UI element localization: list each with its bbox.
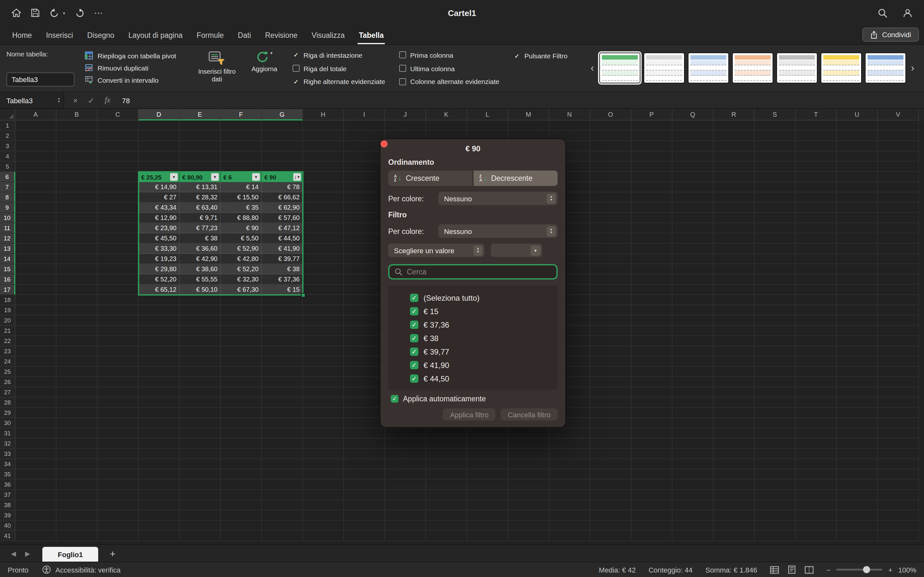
cell-F4[interactable]	[221, 151, 262, 161]
cell-S23[interactable]	[754, 346, 796, 356]
cell-J38[interactable]	[385, 500, 426, 510]
select-all-corner[interactable]	[0, 109, 15, 121]
cell-D26[interactable]	[139, 377, 180, 387]
cell-S2[interactable]	[754, 131, 796, 141]
row-header-35[interactable]: 35	[0, 469, 15, 480]
cell-O21[interactable]	[590, 326, 632, 336]
cell-P40[interactable]	[632, 521, 672, 531]
cell-E5[interactable]	[180, 161, 221, 172]
cell-T22[interactable]	[796, 336, 837, 346]
cell-D40[interactable]	[139, 521, 180, 531]
cell-A16[interactable]	[15, 274, 57, 285]
cell-F38[interactable]	[221, 500, 262, 510]
cell-V30[interactable]	[878, 418, 919, 428]
table-cell[interactable]: € 66,62	[262, 192, 303, 203]
table-cell[interactable]: € 55,55	[180, 274, 221, 285]
cell-R34[interactable]	[714, 459, 754, 469]
cell-S25[interactable]	[754, 367, 796, 377]
zoom-slider-knob[interactable]	[863, 566, 870, 573]
cell-L39[interactable]	[467, 510, 508, 521]
cell-L35[interactable]	[467, 469, 508, 480]
combo-dropdown-icon[interactable]: ▼	[531, 245, 540, 255]
cell-G38[interactable]	[262, 500, 303, 510]
cell-A15[interactable]	[15, 264, 57, 274]
cell-I8[interactable]	[344, 192, 385, 203]
cell-D28[interactable]	[139, 398, 180, 408]
cell-L34[interactable]	[467, 459, 508, 469]
cell-U15[interactable]	[837, 264, 878, 274]
cell-P22[interactable]	[632, 336, 672, 346]
cell-G30[interactable]	[262, 418, 303, 428]
cell-G1[interactable]	[262, 121, 303, 131]
cell-F20[interactable]	[221, 316, 262, 326]
table-cell[interactable]: € 52,20	[221, 264, 262, 274]
cell-B3[interactable]	[57, 141, 97, 151]
cell-C25[interactable]	[97, 367, 139, 377]
cell-T11[interactable]	[796, 223, 837, 234]
cell-Q15[interactable]	[672, 264, 714, 274]
cell-H15[interactable]	[303, 264, 344, 274]
cell-H33[interactable]	[303, 449, 344, 459]
cell-T6[interactable]	[796, 172, 837, 182]
cell-G31[interactable]	[262, 428, 303, 438]
table-cell[interactable]: € 90	[221, 223, 262, 234]
cell-Q33[interactable]	[672, 449, 714, 459]
cell-Q36[interactable]	[672, 480, 714, 490]
remove-duplicates-button[interactable]: Rimuovi duplicati	[85, 61, 187, 74]
column-header-I[interactable]: I	[344, 109, 385, 121]
cell-C38[interactable]	[97, 500, 139, 510]
cell-R14[interactable]	[714, 254, 754, 264]
cell-S22[interactable]	[754, 336, 796, 346]
cell-A21[interactable]	[15, 326, 57, 336]
cell-O39[interactable]	[590, 510, 632, 521]
cell-A33[interactable]	[15, 449, 57, 459]
cell-A18[interactable]	[15, 295, 57, 305]
cell-Q27[interactable]	[672, 387, 714, 398]
cell-C27[interactable]	[97, 387, 139, 398]
cell-Q39[interactable]	[672, 510, 714, 521]
cell-V12[interactable]	[878, 234, 919, 243]
cell-Q40[interactable]	[672, 521, 714, 531]
cell-C15[interactable]	[97, 264, 139, 274]
cell-J34[interactable]	[385, 459, 426, 469]
cell-G28[interactable]	[262, 398, 303, 408]
cell-A41[interactable]	[15, 531, 57, 541]
table-cell[interactable]: € 13,31	[180, 182, 221, 192]
cell-A30[interactable]	[15, 418, 57, 428]
cell-D2[interactable]	[139, 131, 180, 141]
cell-O19[interactable]	[590, 305, 632, 316]
cell-P21[interactable]	[632, 326, 672, 336]
cell-R38[interactable]	[714, 500, 754, 510]
cell-U21[interactable]	[837, 326, 878, 336]
cell-N1[interactable]	[549, 121, 590, 131]
cell-V17[interactable]	[878, 285, 919, 295]
cell-R32[interactable]	[714, 438, 754, 449]
cell-O36[interactable]	[590, 480, 632, 490]
cell-R3[interactable]	[714, 141, 754, 151]
cell-A24[interactable]	[15, 356, 57, 367]
user-presence-icon[interactable]	[903, 8, 913, 18]
cell-T24[interactable]	[796, 356, 837, 367]
table-cell[interactable]: € 15	[262, 285, 303, 295]
cell-M37[interactable]	[508, 490, 549, 500]
cell-A9[interactable]	[15, 203, 57, 213]
name-box-stepper[interactable]: ▲ ▼	[57, 97, 60, 103]
zoom-level[interactable]: 100%	[898, 566, 916, 574]
row-header-18[interactable]: 18	[0, 295, 15, 305]
cell-S36[interactable]	[754, 480, 796, 490]
cell-Q26[interactable]	[672, 377, 714, 387]
row-header-41[interactable]: 41	[0, 531, 15, 541]
cell-P25[interactable]	[632, 367, 672, 377]
cell-E4[interactable]	[180, 151, 221, 161]
cell-D41[interactable]	[139, 531, 180, 541]
cell-Q34[interactable]	[672, 459, 714, 469]
cell-V23[interactable]	[878, 346, 919, 356]
cell-I31[interactable]	[344, 428, 385, 438]
cell-Q4[interactable]	[672, 151, 714, 161]
cell-P39[interactable]	[632, 510, 672, 521]
cell-P23[interactable]	[632, 346, 672, 356]
column-header-R[interactable]: R	[714, 109, 754, 121]
cell-T21[interactable]	[796, 326, 837, 336]
cell-E22[interactable]	[180, 336, 221, 346]
table-style-green[interactable]	[599, 52, 640, 83]
